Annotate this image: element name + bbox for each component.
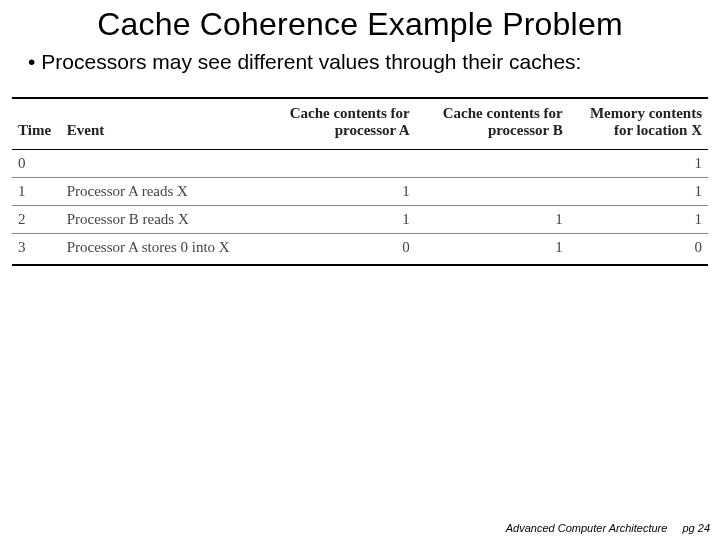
cell-event: Processor B reads X: [61, 206, 263, 234]
cell-event: Processor A stores 0 into X: [61, 234, 263, 266]
col-cache-b: Cache contents for processor B: [416, 98, 569, 150]
slide: Cache Coherence Example Problem • Proces…: [0, 0, 720, 540]
slide-title: Cache Coherence Example Problem: [0, 0, 720, 43]
cell-time: 3: [12, 234, 61, 266]
cell-b: [416, 150, 569, 178]
col-cache-a: Cache contents for processor A: [263, 98, 416, 150]
cell-time: 2: [12, 206, 61, 234]
table-row: 1 Processor A reads X 1 1: [12, 178, 708, 206]
cell-b: 1: [416, 206, 569, 234]
table: Time Event Cache contents for processor …: [12, 97, 708, 266]
coherence-table: Time Event Cache contents for processor …: [12, 97, 708, 266]
bullet-text: Processors may see different values thro…: [41, 49, 581, 75]
cell-a: 1: [263, 178, 416, 206]
table-row: 2 Processor B reads X 1 1 1: [12, 206, 708, 234]
col-time: Time: [12, 98, 61, 150]
slide-footer: Advanced Computer Architecture pg 24: [506, 522, 710, 534]
bullet-dot-icon: •: [28, 49, 35, 75]
cell-m: 1: [569, 206, 708, 234]
footer-course: Advanced Computer Architecture: [506, 522, 668, 534]
col-memory: Memory contents for location X: [569, 98, 708, 150]
cell-m: 1: [569, 178, 708, 206]
cell-event: [61, 150, 263, 178]
bullet-line: • Processors may see different values th…: [0, 43, 720, 75]
cell-time: 0: [12, 150, 61, 178]
table-header-row: Time Event Cache contents for processor …: [12, 98, 708, 150]
cell-b: [416, 178, 569, 206]
cell-m: 1: [569, 150, 708, 178]
col-event: Event: [61, 98, 263, 150]
cell-time: 1: [12, 178, 61, 206]
cell-m: 0: [569, 234, 708, 266]
table-row: 3 Processor A stores 0 into X 0 1 0: [12, 234, 708, 266]
table-row: 0 1: [12, 150, 708, 178]
footer-page: pg 24: [682, 522, 710, 534]
cell-a: 0: [263, 234, 416, 266]
cell-event: Processor A reads X: [61, 178, 263, 206]
cell-a: [263, 150, 416, 178]
cell-b: 1: [416, 234, 569, 266]
cell-a: 1: [263, 206, 416, 234]
